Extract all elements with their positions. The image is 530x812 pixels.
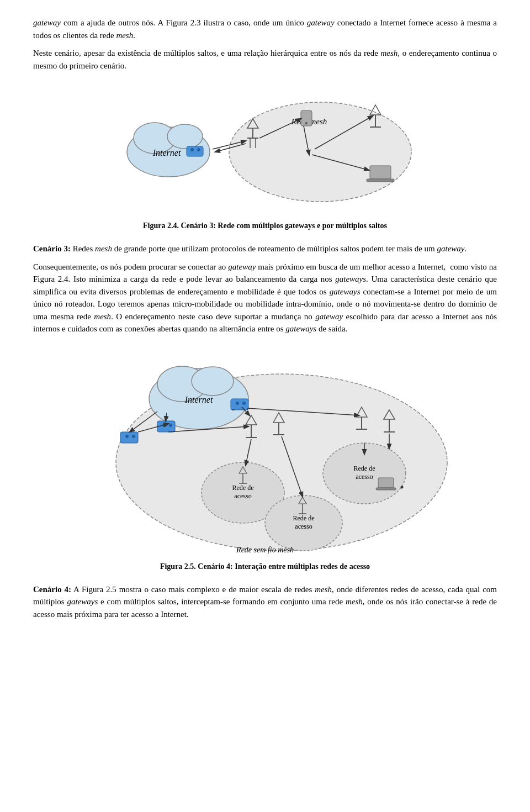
paragraph-2: Neste cenário, apesar da existência de m… (33, 47, 497, 72)
svg-rect-3 (187, 146, 203, 156)
svg-point-31 (132, 435, 135, 438)
svg-point-30 (125, 435, 129, 438)
cenario3-text: Redes mesh de grande porte que utilizam … (73, 244, 467, 253)
svg-point-2 (167, 124, 203, 149)
figure-2-4-caption: Figura 2.4. Cenário 3: Rede com múltiplo… (143, 220, 387, 231)
internet-cloud-label-2: Internet (184, 395, 213, 404)
figure-2-5-svg: Internet (72, 346, 458, 556)
svg-text:acesso: acesso (295, 523, 312, 530)
cenario4-paragraph: Cenário 4: A Figura 2.5 mostra o caso ma… (33, 583, 497, 621)
svg-text:acesso: acesso (356, 473, 373, 481)
svg-point-5 (197, 148, 200, 151)
svg-point-34 (169, 424, 172, 427)
svg-rect-14 (370, 166, 391, 179)
svg-rect-32 (157, 421, 175, 432)
svg-rect-64 (376, 488, 396, 490)
svg-rect-63 (378, 478, 394, 488)
cenario3-label: Cenário 3: (33, 244, 71, 253)
cenario4-text: A Figura 2.5 mostra o caso mais complexo… (33, 585, 497, 619)
figure-2-5-caption: Figura 2.5. Cenário 4: Interação entre m… (160, 561, 370, 572)
svg-point-37 (242, 402, 246, 405)
svg-point-65 (401, 486, 404, 488)
paragraph-3: Consequentemente, os nós podem procurar … (33, 261, 497, 335)
rede-sem-fio-label: Rede sem fio mesh (236, 546, 294, 554)
svg-point-4 (190, 148, 194, 151)
svg-point-13 (305, 122, 308, 124)
rede-acesso-2: Rede de (354, 465, 375, 472)
cenario3-paragraph: Cenário 3: Redes mesh de grande porte qu… (33, 242, 497, 255)
cenario4-label: Cenário 4: (33, 585, 71, 594)
svg-rect-15 (367, 179, 394, 182)
figure-2-5-container: Internet (33, 346, 497, 572)
figure-2-4-container: Internet Rede mesh Figur (33, 83, 497, 231)
svg-point-28 (192, 367, 234, 396)
svg-text:acesso: acesso (234, 492, 251, 500)
rede-acesso-1: Rede de (232, 484, 254, 492)
svg-rect-35 (231, 399, 248, 410)
figure-2-4-svg: Internet Rede mesh (105, 83, 425, 215)
internet-cloud-label: Internet (152, 148, 181, 157)
svg-point-36 (236, 402, 239, 405)
rede-acesso-3: Rede de (293, 514, 315, 522)
paragraph-1: gateway com a ajuda de outros nós. A Fig… (33, 17, 497, 41)
svg-rect-29 (120, 432, 138, 443)
